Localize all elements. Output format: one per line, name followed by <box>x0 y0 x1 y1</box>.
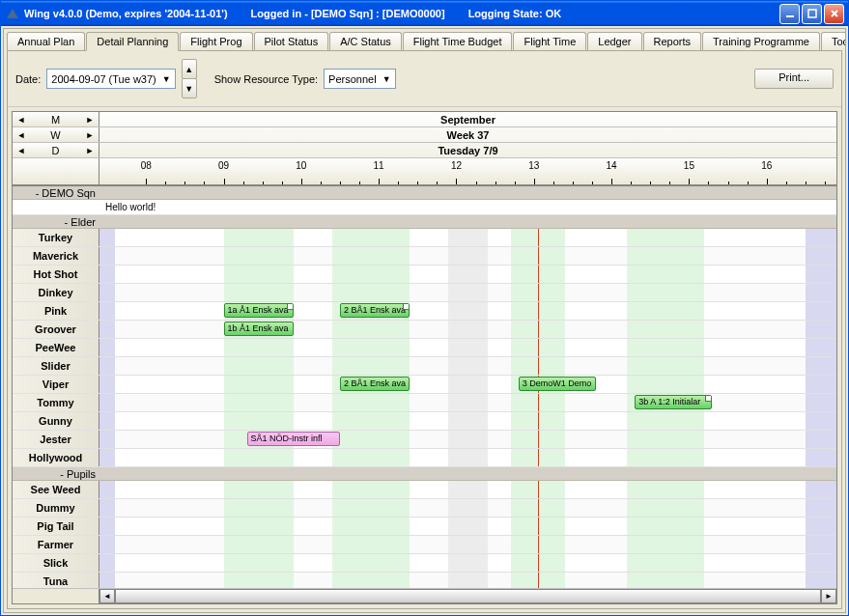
person-name-cell[interactable]: Viper <box>13 376 99 393</box>
person-row: Tommy3b A 1:2 Initialar <box>13 394 836 412</box>
tab-flight-prog[interactable]: Flight Prog <box>180 32 252 50</box>
person-track[interactable]: 2 BÅ1 Ensk ava3 DemoW1 Demo <box>99 376 836 393</box>
person-name-cell[interactable]: Tuna <box>13 573 99 588</box>
month-label: September <box>99 112 836 126</box>
toolbar: Date: 2004-09-07 (Tue w37) ▼ ▲ ▼ Show Re… <box>8 51 841 107</box>
person-track[interactable] <box>99 284 836 301</box>
person-track[interactable] <box>99 412 836 430</box>
svg-rect-2 <box>808 10 816 17</box>
current-time-line <box>538 573 539 588</box>
tab-flight-time[interactable]: Flight Time <box>513 32 586 50</box>
person-name-cell[interactable]: Pig Tail <box>13 518 99 535</box>
person-name-cell[interactable]: See Weed <box>13 481 99 498</box>
nav-day-cell: ◄ D ► <box>13 143 99 157</box>
date-step-up[interactable]: ▲ <box>182 59 197 79</box>
person-name-cell[interactable]: Gunny <box>13 412 99 430</box>
person-name-cell[interactable]: Dinkey <box>13 284 99 301</box>
date-picker[interactable]: 2004-09-07 (Tue w37) ▼ <box>46 69 175 89</box>
month-prev[interactable]: ◄ <box>14 113 28 126</box>
task-block[interactable]: 2 BÅ1 Ensk ava <box>340 303 410 318</box>
person-name-cell[interactable]: PeeWee <box>13 339 99 356</box>
task-block[interactable]: 3 DemoW1 Demo <box>519 377 596 391</box>
tab-tools[interactable]: Tools <box>821 32 846 50</box>
maximize-button[interactable] <box>802 4 822 24</box>
tab-flight-time-budget[interactable]: Flight Time Budget <box>403 32 513 50</box>
current-time-line <box>538 412 539 430</box>
person-name-cell[interactable]: Tommy <box>13 394 99 411</box>
person-track[interactable] <box>99 229 836 246</box>
person-name-cell[interactable]: Maverick <box>13 247 99 265</box>
person-name-cell[interactable]: Slider <box>13 357 99 375</box>
hscroll-thumb[interactable] <box>115 589 821 603</box>
dropdown-arrow-icon: ▼ <box>162 74 171 84</box>
person-track[interactable] <box>99 573 836 588</box>
person-name-cell[interactable]: Farmer <box>13 536 99 553</box>
tab-detail-planning[interactable]: Detail Planning <box>86 32 179 51</box>
person-track[interactable]: 1a Å1 Ensk ava2 BÅ1 Ensk ava <box>99 302 836 320</box>
tab-reports[interactable]: Reports <box>643 32 702 50</box>
current-time-line <box>538 321 539 338</box>
hscroll-left[interactable]: ◄ <box>99 589 115 603</box>
task-block[interactable]: 1a Å1 Ensk ava <box>224 303 294 318</box>
tab-a-c-status[interactable]: A/C Status <box>329 32 402 50</box>
hour-label: 15 <box>684 160 694 171</box>
person-track[interactable] <box>99 499 836 517</box>
tab-pilot-status[interactable]: Pilot Status <box>254 32 329 50</box>
person-track[interactable] <box>99 518 836 535</box>
timeline-header: ◄ M ► September ◄ W ► Week 37 <box>13 112 836 186</box>
tab-annual-plan[interactable]: Annual Plan <box>7 32 85 50</box>
task-block[interactable]: 3b A 1:2 Initialar <box>635 395 712 409</box>
week-prev[interactable]: ◄ <box>14 128 28 142</box>
person-name-cell[interactable]: Dummy <box>13 499 99 517</box>
person-track[interactable] <box>99 481 836 498</box>
current-time-line <box>538 284 539 301</box>
person-track[interactable] <box>99 266 836 283</box>
person-name-cell[interactable]: Slick <box>13 554 99 572</box>
person-track[interactable]: 3b A 1:2 Initialar <box>99 394 836 411</box>
person-track[interactable] <box>99 536 836 553</box>
subgroup-header[interactable]: - Pupils <box>13 467 836 481</box>
person-track[interactable] <box>99 357 836 375</box>
task-block[interactable]: 2 BÅ1 Ensk ava <box>340 377 410 391</box>
person-track[interactable] <box>99 449 836 466</box>
person-name-cell[interactable]: Hollywood <box>13 449 99 466</box>
person-track[interactable]: 1b Å1 Ensk ava <box>99 321 836 338</box>
person-row: Maverick <box>13 247 836 266</box>
task-block[interactable]: 1b Å1 Ensk ava <box>224 322 294 336</box>
current-time-line <box>538 357 539 375</box>
subgroup-header[interactable]: - Elder <box>13 215 836 229</box>
person-track[interactable] <box>99 554 836 572</box>
person-row: Groover1b Å1 Ensk ava <box>13 321 836 339</box>
person-name-cell[interactable]: Turkey <box>13 229 99 246</box>
person-track[interactable]: SÅ1 NÖD-Instr infl <box>99 431 836 448</box>
resource-type-select[interactable]: Personnel ▼ <box>324 69 395 89</box>
person-name-cell[interactable]: Groover <box>13 321 99 338</box>
current-time-line <box>538 229 539 246</box>
date-step-down[interactable]: ▼ <box>182 78 197 98</box>
task-block[interactable]: SÅ1 NÖD-Instr infl <box>247 432 340 446</box>
tab-ledger[interactable]: Ledger <box>587 32 641 50</box>
person-track[interactable] <box>99 247 836 265</box>
current-time-line <box>538 394 539 411</box>
minimize-button[interactable] <box>779 4 800 24</box>
hscrollbar[interactable]: ◄ ► <box>13 588 836 603</box>
tab-bar: Annual PlanDetail PlanningFlight ProgPil… <box>4 29 845 50</box>
tab-training-programme[interactable]: Training Programme <box>702 32 820 50</box>
day-prev[interactable]: ◄ <box>14 144 28 157</box>
hscroll-right[interactable]: ► <box>821 589 836 603</box>
person-name-cell[interactable]: Jester <box>13 431 99 448</box>
month-next[interactable]: ► <box>83 113 97 126</box>
person-row: Pig Tail <box>13 518 836 536</box>
person-name-cell[interactable]: Pink <box>13 302 99 320</box>
group-header[interactable]: - DEMO Sqn <box>13 186 836 200</box>
person-name-cell[interactable]: Hot Shot <box>13 266 99 283</box>
close-button[interactable] <box>824 4 844 24</box>
week-next[interactable]: ► <box>83 128 97 142</box>
person-track[interactable] <box>99 339 836 356</box>
timeline-body[interactable]: - DEMO SqnHello world!- ElderTurkeyMaver… <box>13 186 836 588</box>
print-button[interactable]: Print... <box>754 69 834 89</box>
day-next[interactable]: ► <box>83 144 97 157</box>
person-row: Slick <box>13 554 836 573</box>
nav-m-label: M <box>51 114 60 126</box>
person-row: Pink1a Å1 Ensk ava2 BÅ1 Ensk ava <box>13 302 836 321</box>
